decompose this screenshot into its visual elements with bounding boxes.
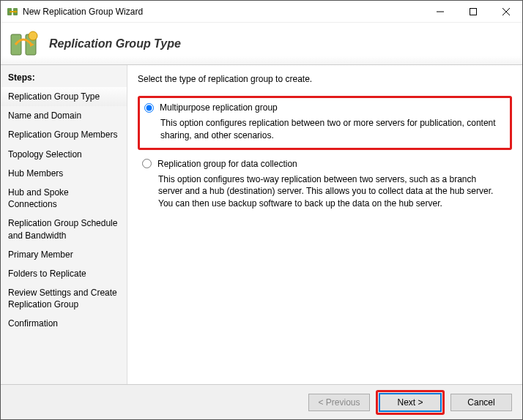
maximize-button[interactable] [456, 1, 489, 22]
step-item[interactable]: Replication Group Members [1, 125, 127, 144]
wizard-body: Steps: Replication Group TypeName and Do… [1, 65, 522, 384]
step-item[interactable]: Primary Member [1, 245, 127, 264]
svg-rect-3 [470, 8, 476, 15]
option-description: This option configures replication betwe… [144, 113, 496, 142]
step-item[interactable]: Replication Group Type [1, 87, 127, 106]
option-radio[interactable] [142, 159, 152, 168]
step-item[interactable]: Confirmation [1, 314, 127, 333]
titlebar: New Replication Group Wizard [1, 1, 522, 23]
app-icon [7, 6, 18, 18]
step-item[interactable]: Hub and Spoke Connections [1, 183, 127, 214]
step-item[interactable]: Folders to Replicate [1, 264, 127, 283]
next-button-highlight: Next > [376, 390, 445, 415]
next-button[interactable]: Next > [379, 394, 441, 411]
steps-sidebar: Steps: Replication Group TypeName and Do… [1, 65, 127, 384]
option-label: Multipurpose replication group [160, 102, 278, 113]
close-button[interactable] [489, 1, 522, 22]
steps-heading: Steps: [1, 70, 127, 87]
option-radio[interactable] [144, 103, 154, 113]
window-controls [423, 1, 522, 22]
cancel-button[interactable]: Cancel [450, 394, 512, 411]
instruction-text: Select the type of replication group to … [138, 74, 512, 84]
option-description: This option configures two-way replicati… [142, 169, 494, 210]
wizard-header: Replication Group Type [1, 23, 522, 65]
option-label: Replication group for data collection [157, 159, 297, 169]
svg-point-6 [29, 31, 37, 40]
wizard-header-icon [8, 29, 39, 59]
step-item[interactable]: Topology Selection [1, 145, 127, 164]
option-group: Replication group for data collectionThi… [138, 154, 512, 216]
page-title: Replication Group Type [49, 37, 181, 50]
previous-button[interactable]: < Previous [308, 394, 370, 411]
option-header[interactable]: Replication group for data collection [142, 159, 506, 169]
step-item[interactable]: Review Settings and Create Replication G… [1, 283, 127, 314]
window-title: New Replication Group Wizard [23, 7, 423, 17]
step-item[interactable]: Replication Group Schedule and Bandwidth [1, 214, 127, 244]
option-group: Multipurpose replication groupThis optio… [138, 96, 512, 150]
wizard-footer: < Previous Next > Cancel [1, 384, 522, 419]
option-header[interactable]: Multipurpose replication group [144, 102, 504, 113]
step-item[interactable]: Hub Members [1, 164, 127, 183]
content-pane: Select the type of replication group to … [127, 65, 522, 384]
step-item[interactable]: Name and Domain [1, 106, 127, 125]
minimize-button[interactable] [423, 1, 456, 22]
